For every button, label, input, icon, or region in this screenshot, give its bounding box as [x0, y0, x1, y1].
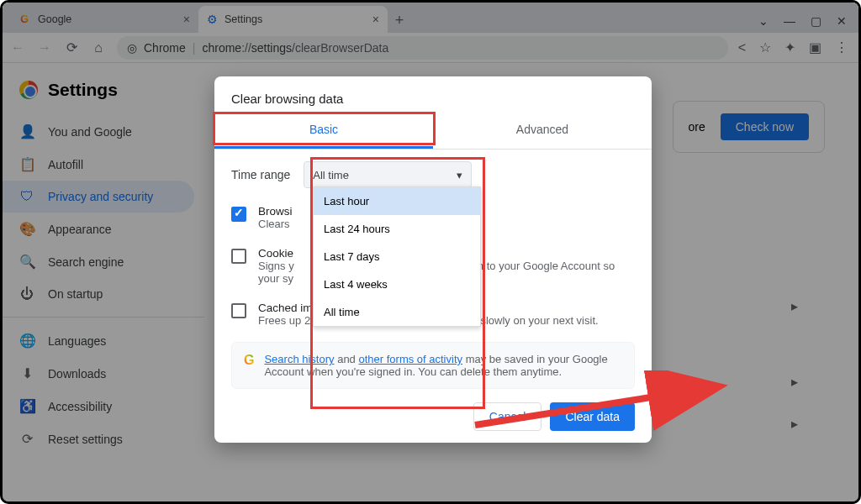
- time-range-select[interactable]: All time ▾: [304, 161, 472, 188]
- option-all-time[interactable]: All time: [314, 298, 480, 326]
- checkbox-cached[interactable]: [231, 303, 246, 318]
- option-last-7-days[interactable]: Last 7 days: [314, 243, 480, 270]
- tab-advanced[interactable]: Advanced: [433, 113, 652, 149]
- chevron-down-icon: ▾: [457, 169, 462, 181]
- time-range-label: Time range: [231, 168, 290, 181]
- clear-browsing-data-dialog: Clear browsing data Basic Advanced Time …: [214, 76, 652, 443]
- dialog-title: Clear browsing data: [214, 76, 652, 113]
- option-last-24-hours[interactable]: Last 24 hours: [314, 215, 480, 243]
- option-last-hour[interactable]: Last hour: [314, 187, 480, 215]
- tab-basic[interactable]: Basic: [214, 113, 433, 149]
- time-range-dropdown: Last hour Last 24 hours Last 7 days Last…: [313, 186, 481, 327]
- dialog-tabs: Basic Advanced: [214, 113, 652, 150]
- checkbox-cookies[interactable]: [231, 249, 246, 264]
- checkbox-browsing-history[interactable]: [231, 207, 246, 222]
- option-last-4-weeks[interactable]: Last 4 weeks: [314, 270, 480, 298]
- cancel-button[interactable]: Cancel: [473, 402, 542, 431]
- google-icon: G: [244, 353, 254, 378]
- clear-data-button[interactable]: Clear data: [550, 402, 635, 431]
- item-subtitle: Clears: [258, 218, 293, 230]
- time-range-value: All time: [313, 169, 349, 181]
- item-title: Browsi: [258, 205, 293, 218]
- other-activity-link[interactable]: other forms of activity: [358, 353, 462, 365]
- info-box: G Search history and other forms of acti…: [231, 342, 635, 389]
- search-history-link[interactable]: Search history: [264, 353, 334, 365]
